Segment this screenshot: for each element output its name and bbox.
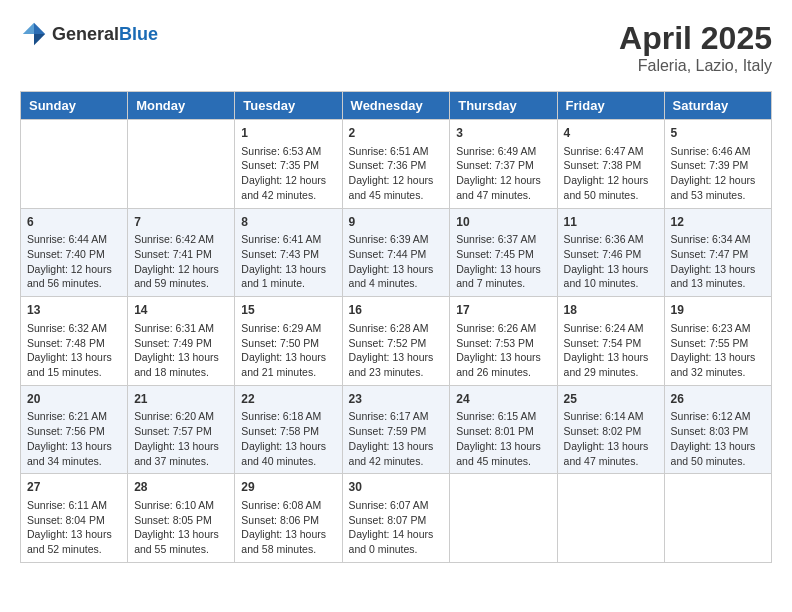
calendar-cell bbox=[128, 120, 235, 209]
calendar-table: SundayMondayTuesdayWednesdayThursdayFrid… bbox=[20, 91, 772, 563]
sunrise-text: Sunrise: 6:08 AM bbox=[241, 499, 321, 511]
col-header-tuesday: Tuesday bbox=[235, 92, 342, 120]
sunset-text: Sunset: 7:35 PM bbox=[241, 159, 319, 171]
col-header-sunday: Sunday bbox=[21, 92, 128, 120]
daylight-text: Daylight: 13 hours and 4 minutes. bbox=[349, 263, 434, 290]
day-number: 17 bbox=[456, 302, 550, 319]
sunset-text: Sunset: 7:45 PM bbox=[456, 248, 534, 260]
day-number: 11 bbox=[564, 214, 658, 231]
sunrise-text: Sunrise: 6:49 AM bbox=[456, 145, 536, 157]
daylight-text: Daylight: 13 hours and 10 minutes. bbox=[564, 263, 649, 290]
sunset-text: Sunset: 7:49 PM bbox=[134, 337, 212, 349]
day-number: 30 bbox=[349, 479, 444, 496]
calendar-cell bbox=[557, 474, 664, 563]
calendar-cell: 12Sunrise: 6:34 AMSunset: 7:47 PMDayligh… bbox=[664, 208, 771, 297]
calendar-cell bbox=[450, 474, 557, 563]
sunset-text: Sunset: 8:07 PM bbox=[349, 514, 427, 526]
calendar-cell: 19Sunrise: 6:23 AMSunset: 7:55 PMDayligh… bbox=[664, 297, 771, 386]
sunset-text: Sunset: 7:43 PM bbox=[241, 248, 319, 260]
sunset-text: Sunset: 8:04 PM bbox=[27, 514, 105, 526]
daylight-text: Daylight: 13 hours and 29 minutes. bbox=[564, 351, 649, 378]
sunset-text: Sunset: 8:03 PM bbox=[671, 425, 749, 437]
day-number: 27 bbox=[27, 479, 121, 496]
day-number: 13 bbox=[27, 302, 121, 319]
daylight-text: Daylight: 13 hours and 55 minutes. bbox=[134, 528, 219, 555]
day-number: 20 bbox=[27, 391, 121, 408]
sunrise-text: Sunrise: 6:53 AM bbox=[241, 145, 321, 157]
svg-marker-1 bbox=[34, 34, 45, 45]
calendar-header-row: SundayMondayTuesdayWednesdayThursdayFrid… bbox=[21, 92, 772, 120]
calendar-cell: 26Sunrise: 6:12 AMSunset: 8:03 PMDayligh… bbox=[664, 385, 771, 474]
calendar-cell: 10Sunrise: 6:37 AMSunset: 7:45 PMDayligh… bbox=[450, 208, 557, 297]
calendar-week-row: 6Sunrise: 6:44 AMSunset: 7:40 PMDaylight… bbox=[21, 208, 772, 297]
sunrise-text: Sunrise: 6:23 AM bbox=[671, 322, 751, 334]
col-header-friday: Friday bbox=[557, 92, 664, 120]
day-number: 2 bbox=[349, 125, 444, 142]
calendar-cell: 14Sunrise: 6:31 AMSunset: 7:49 PMDayligh… bbox=[128, 297, 235, 386]
sunrise-text: Sunrise: 6:18 AM bbox=[241, 410, 321, 422]
calendar-cell: 28Sunrise: 6:10 AMSunset: 8:05 PMDayligh… bbox=[128, 474, 235, 563]
calendar-cell: 3Sunrise: 6:49 AMSunset: 7:37 PMDaylight… bbox=[450, 120, 557, 209]
day-number: 23 bbox=[349, 391, 444, 408]
sunrise-text: Sunrise: 6:37 AM bbox=[456, 233, 536, 245]
svg-marker-0 bbox=[34, 23, 45, 34]
sunset-text: Sunset: 7:58 PM bbox=[241, 425, 319, 437]
day-number: 6 bbox=[27, 214, 121, 231]
daylight-text: Daylight: 14 hours and 0 minutes. bbox=[349, 528, 434, 555]
day-number: 5 bbox=[671, 125, 765, 142]
daylight-text: Daylight: 13 hours and 32 minutes. bbox=[671, 351, 756, 378]
sunset-text: Sunset: 7:36 PM bbox=[349, 159, 427, 171]
daylight-text: Daylight: 13 hours and 42 minutes. bbox=[349, 440, 434, 467]
day-number: 21 bbox=[134, 391, 228, 408]
sunrise-text: Sunrise: 6:31 AM bbox=[134, 322, 214, 334]
sunset-text: Sunset: 7:37 PM bbox=[456, 159, 534, 171]
day-number: 16 bbox=[349, 302, 444, 319]
sunrise-text: Sunrise: 6:11 AM bbox=[27, 499, 107, 511]
daylight-text: Daylight: 12 hours and 45 minutes. bbox=[349, 174, 434, 201]
daylight-text: Daylight: 12 hours and 59 minutes. bbox=[134, 263, 219, 290]
sunrise-text: Sunrise: 6:51 AM bbox=[349, 145, 429, 157]
sunrise-text: Sunrise: 6:34 AM bbox=[671, 233, 751, 245]
sunset-text: Sunset: 7:47 PM bbox=[671, 248, 749, 260]
sunrise-text: Sunrise: 6:15 AM bbox=[456, 410, 536, 422]
daylight-text: Daylight: 12 hours and 53 minutes. bbox=[671, 174, 756, 201]
daylight-text: Daylight: 13 hours and 1 minute. bbox=[241, 263, 326, 290]
col-header-monday: Monday bbox=[128, 92, 235, 120]
day-number: 18 bbox=[564, 302, 658, 319]
logo-general: General bbox=[52, 24, 119, 44]
day-number: 1 bbox=[241, 125, 335, 142]
sunrise-text: Sunrise: 6:28 AM bbox=[349, 322, 429, 334]
calendar-cell: 30Sunrise: 6:07 AMSunset: 8:07 PMDayligh… bbox=[342, 474, 450, 563]
month-title: April 2025 bbox=[619, 20, 772, 57]
calendar-cell: 29Sunrise: 6:08 AMSunset: 8:06 PMDayligh… bbox=[235, 474, 342, 563]
sunset-text: Sunset: 7:57 PM bbox=[134, 425, 212, 437]
calendar-cell: 7Sunrise: 6:42 AMSunset: 7:41 PMDaylight… bbox=[128, 208, 235, 297]
sunrise-text: Sunrise: 6:32 AM bbox=[27, 322, 107, 334]
daylight-text: Daylight: 13 hours and 15 minutes. bbox=[27, 351, 112, 378]
logo: GeneralBlue bbox=[20, 20, 158, 48]
calendar-cell: 15Sunrise: 6:29 AMSunset: 7:50 PMDayligh… bbox=[235, 297, 342, 386]
day-number: 7 bbox=[134, 214, 228, 231]
daylight-text: Daylight: 13 hours and 47 minutes. bbox=[564, 440, 649, 467]
calendar-cell: 2Sunrise: 6:51 AMSunset: 7:36 PMDaylight… bbox=[342, 120, 450, 209]
calendar-cell: 5Sunrise: 6:46 AMSunset: 7:39 PMDaylight… bbox=[664, 120, 771, 209]
calendar-cell: 17Sunrise: 6:26 AMSunset: 7:53 PMDayligh… bbox=[450, 297, 557, 386]
daylight-text: Daylight: 13 hours and 23 minutes. bbox=[349, 351, 434, 378]
calendar-cell: 4Sunrise: 6:47 AMSunset: 7:38 PMDaylight… bbox=[557, 120, 664, 209]
daylight-text: Daylight: 13 hours and 13 minutes. bbox=[671, 263, 756, 290]
col-header-thursday: Thursday bbox=[450, 92, 557, 120]
sunset-text: Sunset: 7:38 PM bbox=[564, 159, 642, 171]
day-number: 29 bbox=[241, 479, 335, 496]
daylight-text: Daylight: 13 hours and 45 minutes. bbox=[456, 440, 541, 467]
day-number: 10 bbox=[456, 214, 550, 231]
sunrise-text: Sunrise: 6:07 AM bbox=[349, 499, 429, 511]
day-number: 15 bbox=[241, 302, 335, 319]
sunset-text: Sunset: 7:41 PM bbox=[134, 248, 212, 260]
day-number: 28 bbox=[134, 479, 228, 496]
day-number: 8 bbox=[241, 214, 335, 231]
day-number: 14 bbox=[134, 302, 228, 319]
sunset-text: Sunset: 7:59 PM bbox=[349, 425, 427, 437]
calendar-cell: 8Sunrise: 6:41 AMSunset: 7:43 PMDaylight… bbox=[235, 208, 342, 297]
sunrise-text: Sunrise: 6:44 AM bbox=[27, 233, 107, 245]
col-header-saturday: Saturday bbox=[664, 92, 771, 120]
